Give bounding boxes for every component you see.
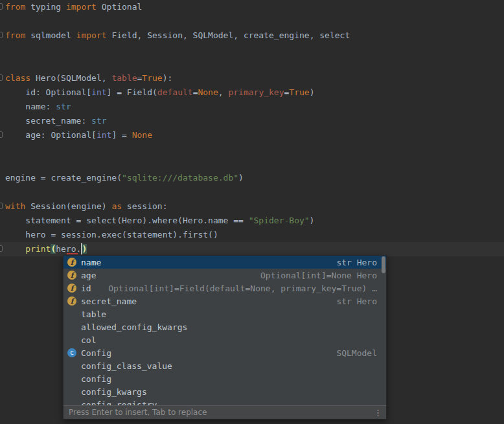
completion-item[interactable]: config_class_value [63,359,386,372]
code-token [5,244,25,254]
completion-item[interactable]: allowed_config_kwargs [63,320,386,333]
more-options-icon[interactable]: ⋮ [374,408,382,418]
completion-item-label: age [81,271,96,280]
code-token: hero. [56,244,81,254]
completion-item-label: config_kwargs [81,387,147,397]
completion-item[interactable]: cConfigSQLModel [63,346,386,359]
code-line[interactable]: hero = session.exec(statement).first() [0,228,504,242]
completion-footer: Press Enter to insert, Tab to replace ⋮ [63,405,386,419]
code-token: session: [122,201,167,211]
fold-marker-icon[interactable] [0,3,3,10]
code-token: int [91,87,106,97]
completion-popup: fnamestr HerofageOptional[int]=None Hero… [63,255,387,419]
code-line[interactable] [0,185,504,199]
code-token: str [56,102,71,111]
code-token: Session(engine) [25,201,111,211]
field-icon: f [67,258,76,267]
fold-marker-icon[interactable] [0,203,3,209]
completion-item[interactable]: config [63,372,386,385]
popup-scrollbar[interactable] [382,256,385,273]
code-token: ): [163,73,173,83]
fold-marker-icon[interactable] [0,32,3,38]
completion-item-type: SQLModel [328,348,377,358]
fold-marker-icon[interactable] [0,74,3,81]
completion-item[interactable]: table [63,307,386,320]
icon-spacer [67,374,76,383]
code-token: ) [82,244,87,254]
code-token: import [76,30,107,40]
completion-hint-text: Press Enter to insert, Tab to replace [69,408,207,417]
code-token: True [142,73,162,83]
completion-item[interactable]: fsecret_namestr Hero [63,295,386,307]
class-icon: c [67,348,76,357]
completion-item-label: config [81,374,111,384]
code-token: from [5,30,25,40]
completion-item[interactable]: fageOptional[int]=None Hero [63,269,386,282]
code-token: table [111,73,137,83]
completion-item-label: Config [81,348,111,358]
code-token: str [91,116,106,126]
code-token: from [5,2,25,12]
code-line[interactable] [0,43,504,57]
code-token: age: Optional[ [5,130,97,140]
completion-item-type: Optional[int]=None Hero [253,271,377,280]
fold-marker-icon[interactable] [0,131,3,138]
code-token: Optional [97,2,142,12]
code-line[interactable] [0,142,504,157]
code-token: sqlmodel [25,30,76,40]
code-line[interactable] [0,157,504,171]
icon-spacer [67,387,76,396]
completion-item-label: table [81,309,106,319]
code-line[interactable]: age: Optional[int] = None [0,128,504,142]
code-token: int [97,130,111,140]
code-token: Field, Session, SQLModel, create_engine,… [107,30,350,40]
completion-item-label: name [81,258,101,267]
code-line[interactable] [0,14,504,28]
completion-item-label: col [81,335,96,345]
code-token: , [218,87,229,97]
icon-spacer [67,361,76,370]
completion-item[interactable]: col [63,333,386,346]
code-line[interactable]: name: str [0,100,504,114]
completion-item[interactable]: config_registry [63,398,386,405]
code-line[interactable]: with Session(engine) as session: [0,199,504,214]
code-token: ) [310,216,315,225]
code-token: id: Optional[ [5,87,91,97]
code-token: typing [25,2,66,12]
code-line[interactable]: from typing import Optional [0,0,504,14]
code-token: engine = create_engine( [5,173,122,183]
field-icon: f [67,271,76,280]
completion-list: fnamestr HerofageOptional[int]=None Hero… [63,256,386,405]
completion-item-type: Optional[int]=Field(default=None, primar… [100,284,377,293]
code-token: with [5,201,25,211]
completion-item[interactable]: config_kwargs [63,385,386,398]
completion-item-label: id [81,284,91,293]
code-line[interactable]: engine = create_engine("sqlite:///databa… [0,171,504,185]
code-line[interactable]: id: Optional[int] = Field(default=None, … [0,85,504,100]
code-token: class [5,73,30,83]
fold-marker-icon[interactable] [0,245,3,252]
icon-spacer [67,400,76,405]
error-underline [67,253,78,254]
completion-item-label: allowed_config_kwargs [81,322,187,332]
code-line[interactable]: statement = select(Hero).where(Hero.name… [0,214,504,228]
code-line[interactable]: class Hero(SQLModel, table=True): [0,71,504,85]
icon-spacer [67,322,76,331]
icon-spacer [67,335,76,344]
code-token: name: [5,102,56,111]
code-token: ] = Field( [107,87,157,97]
code-line[interactable]: from sqlmodel import Field, Session, SQL… [0,28,504,43]
icon-spacer [67,309,76,318]
code-line[interactable]: secret_name: str [0,114,504,128]
code-line[interactable] [0,57,504,71]
completion-item-label: config_registry [81,400,157,406]
code-token: default [157,87,193,97]
completion-item-label: config_class_value [81,361,172,371]
code-token: print [25,244,51,254]
code-token: None [132,130,152,140]
completion-item[interactable]: fnamestr Hero [63,256,386,269]
code-token: ) [238,173,244,183]
completion-item[interactable]: fidOptional[int]=Field(default=None, pri… [63,282,386,295]
code-token: as [111,201,122,211]
completion-item-type: str Hero [328,296,377,306]
